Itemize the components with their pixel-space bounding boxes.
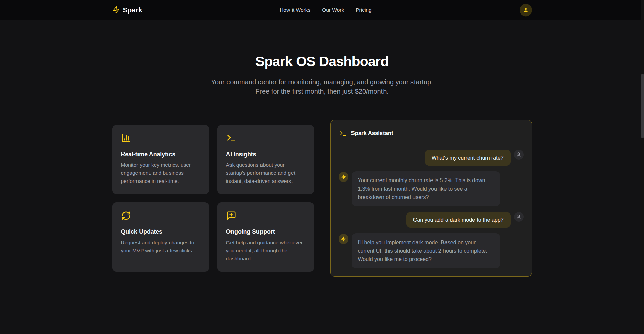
feature-card-ongoing-support: Ongoing Support Get help and guidance wh… [217, 202, 314, 272]
feature-description: Monitor your key metrics, user engagemen… [121, 161, 200, 185]
user-icon [516, 152, 521, 158]
hero-subtitle: Your command center for monitoring, mana… [206, 77, 438, 96]
assistant-panel: Spark Assistant What's my current churn … [330, 120, 532, 277]
nav-links: How it Works Our Work Pricing [280, 7, 371, 13]
hero-section: Spark OS Dashboard Your command center f… [0, 20, 644, 96]
message-square-plus-icon [226, 211, 236, 221]
user-message: What's my current churn rate? [339, 150, 524, 166]
scrollbar-track [641, 0, 644, 334]
terminal-icon [339, 130, 347, 137]
assistant-panel-title: Spark Assistant [351, 130, 393, 137]
user-message-bubble: What's my current churn rate? [425, 150, 511, 166]
feature-title: Quick Updates [121, 228, 200, 235]
user-avatar [514, 150, 524, 160]
user-message: Can you add a dark mode to the app? [339, 212, 524, 228]
nav-link-pricing[interactable]: Pricing [356, 7, 371, 13]
feature-description: Ask questions about your startup's perfo… [226, 161, 305, 185]
assistant-avatar [339, 172, 348, 182]
feature-title: AI Insights [226, 151, 305, 158]
navbar: Spark How it Works Our Work Pricing [0, 0, 644, 20]
zap-icon [112, 6, 120, 14]
navbar-inner: Spark How it Works Our Work Pricing [112, 0, 532, 20]
feature-grid: Real-time Analytics Monitor your key met… [112, 125, 314, 272]
user-message-bubble: Can you add a dark mode to the app? [406, 212, 511, 228]
refresh-icon [121, 211, 131, 221]
assistant-avatar [339, 234, 348, 244]
scrollbar-thumb[interactable] [641, 74, 644, 138]
feature-card-quick-updates: Quick Updates Request and deploy changes… [112, 202, 209, 272]
assistant-panel-header: Spark Assistant [339, 128, 524, 137]
brand-logo[interactable]: Spark [112, 6, 142, 14]
user-avatar [514, 212, 524, 222]
assistant-message: I'll help you implement dark mode. Based… [339, 233, 524, 268]
feature-description: Request and deploy changes to your MVP w… [121, 239, 200, 255]
assistant-message-bubble: Your current monthly churn rate is 5.2%.… [352, 171, 500, 206]
brand-name: Spark [123, 6, 142, 14]
main-content: Real-time Analytics Monitor your key met… [112, 120, 532, 277]
feature-card-analytics: Real-time Analytics Monitor your key met… [112, 125, 209, 194]
page: Spark How it Works Our Work Pricing Spar… [0, 0, 644, 334]
nav-link-how-it-works[interactable]: How it Works [280, 7, 310, 13]
account-button[interactable] [520, 4, 532, 16]
assistant-message-bubble: I'll help you implement dark mode. Based… [352, 233, 500, 268]
user-icon [523, 7, 529, 13]
feature-description: Get help and guidance whenever you need … [226, 239, 305, 263]
feature-title: Ongoing Support [226, 228, 305, 235]
assistant-message: Your current monthly churn rate is 5.2%.… [339, 171, 524, 206]
feature-title: Real-time Analytics [121, 151, 200, 158]
message-list: What's my current churn rate? Your curre… [339, 144, 524, 268]
user-icon [516, 214, 521, 220]
zap-icon [341, 174, 346, 179]
page-title: Spark OS Dashboard [0, 54, 644, 69]
bar-chart-icon [121, 133, 131, 143]
zap-icon [341, 236, 346, 242]
nav-link-our-work[interactable]: Our Work [322, 7, 344, 13]
feature-card-ai-insights: AI Insights Ask questions about your sta… [217, 125, 314, 194]
terminal-icon [226, 133, 236, 143]
